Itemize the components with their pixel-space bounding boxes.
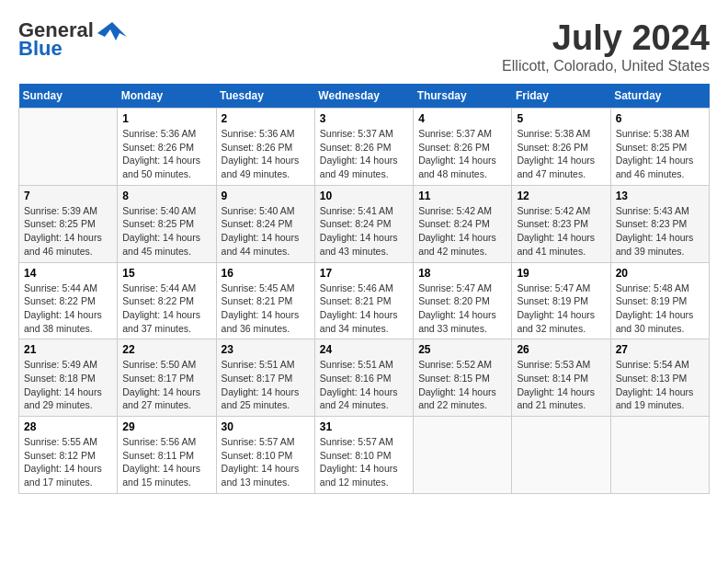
- calendar-week-row: 7Sunrise: 5:39 AM Sunset: 8:25 PM Daylig…: [19, 185, 710, 262]
- day-info: Sunrise: 5:40 AM Sunset: 8:25 PM Dayligh…: [122, 204, 210, 259]
- day-number: 9: [222, 190, 310, 202]
- header-sunday: Sunday: [19, 84, 118, 109]
- day-number: 1: [122, 112, 210, 125]
- calendar-week-row: 1Sunrise: 5:36 AM Sunset: 8:26 PM Daylig…: [19, 109, 710, 186]
- day-info: Sunrise: 5:47 AM Sunset: 8:19 PM Dayligh…: [517, 282, 605, 336]
- page-header: General Blue July 2024 Ellicott, Colorad…: [18, 18, 710, 75]
- day-number: 18: [418, 267, 506, 280]
- calendar-cell: 13Sunrise: 5:43 AM Sunset: 8:23 PM Dayli…: [610, 185, 709, 262]
- calendar-cell: 8Sunrise: 5:40 AM Sunset: 8:25 PM Daylig…: [118, 185, 216, 262]
- header-saturday: Saturday: [610, 84, 709, 109]
- calendar-cell: 18Sunrise: 5:47 AM Sunset: 8:20 PM Dayli…: [414, 262, 512, 339]
- day-number: 14: [24, 267, 112, 280]
- day-number: 31: [320, 420, 408, 433]
- day-info: Sunrise: 5:40 AM Sunset: 8:24 PM Dayligh…: [222, 204, 310, 259]
- calendar-cell: 24Sunrise: 5:51 AM Sunset: 8:16 PM Dayli…: [314, 339, 413, 417]
- day-info: Sunrise: 5:48 AM Sunset: 8:19 PM Dayligh…: [616, 282, 704, 336]
- day-info: Sunrise: 5:43 AM Sunset: 8:23 PM Dayligh…: [616, 204, 704, 259]
- day-number: 27: [616, 343, 704, 356]
- calendar-cell: 11Sunrise: 5:42 AM Sunset: 8:24 PM Dayli…: [414, 185, 512, 262]
- svg-marker-0: [97, 22, 127, 40]
- calendar-week-row: 21Sunrise: 5:49 AM Sunset: 8:18 PM Dayli…: [19, 339, 710, 417]
- day-number: 8: [122, 190, 210, 202]
- calendar-cell: 23Sunrise: 5:51 AM Sunset: 8:17 PM Dayli…: [216, 339, 314, 417]
- calendar-cell: 28Sunrise: 5:55 AM Sunset: 8:12 PM Dayli…: [19, 417, 118, 494]
- day-number: 12: [517, 190, 605, 202]
- day-number: 5: [517, 112, 605, 125]
- day-number: 29: [122, 420, 210, 433]
- day-info: Sunrise: 5:42 AM Sunset: 8:24 PM Dayligh…: [418, 204, 506, 259]
- calendar-cell: 2Sunrise: 5:36 AM Sunset: 8:26 PM Daylig…: [216, 109, 314, 186]
- header-wednesday: Wednesday: [314, 84, 413, 109]
- calendar-cell: 21Sunrise: 5:49 AM Sunset: 8:18 PM Dayli…: [19, 339, 118, 417]
- day-number: 15: [122, 267, 210, 280]
- day-info: Sunrise: 5:37 AM Sunset: 8:26 PM Dayligh…: [418, 127, 506, 181]
- calendar-cell: 22Sunrise: 5:50 AM Sunset: 8:17 PM Dayli…: [118, 339, 216, 417]
- calendar-cell: 5Sunrise: 5:38 AM Sunset: 8:26 PM Daylig…: [512, 109, 610, 186]
- day-info: Sunrise: 5:45 AM Sunset: 8:21 PM Dayligh…: [222, 282, 310, 336]
- calendar-cell: 9Sunrise: 5:40 AM Sunset: 8:24 PM Daylig…: [216, 185, 314, 262]
- header-monday: Monday: [118, 84, 216, 109]
- day-number: 16: [222, 267, 310, 280]
- day-number: 7: [24, 190, 112, 202]
- day-info: Sunrise: 5:44 AM Sunset: 8:22 PM Dayligh…: [24, 282, 112, 336]
- calendar-cell: 12Sunrise: 5:42 AM Sunset: 8:23 PM Dayli…: [512, 185, 610, 262]
- calendar-cell: 6Sunrise: 5:38 AM Sunset: 8:25 PM Daylig…: [610, 109, 709, 186]
- calendar-table: Sunday Monday Tuesday Wednesday Thursday…: [18, 84, 710, 494]
- calendar-cell: 30Sunrise: 5:57 AM Sunset: 8:10 PM Dayli…: [216, 417, 314, 494]
- day-info: Sunrise: 5:51 AM Sunset: 8:17 PM Dayligh…: [222, 358, 310, 412]
- logo-text-blue: Blue: [18, 37, 63, 61]
- calendar-week-row: 28Sunrise: 5:55 AM Sunset: 8:12 PM Dayli…: [19, 417, 710, 494]
- calendar-cell: 27Sunrise: 5:54 AM Sunset: 8:13 PM Dayli…: [610, 339, 709, 417]
- day-number: 23: [222, 343, 310, 356]
- calendar-cell: [512, 417, 610, 494]
- day-number: 17: [320, 267, 408, 280]
- calendar-header-row: Sunday Monday Tuesday Wednesday Thursday…: [19, 84, 710, 109]
- day-number: 10: [320, 190, 408, 202]
- day-number: 4: [418, 112, 506, 125]
- calendar-week-row: 14Sunrise: 5:44 AM Sunset: 8:22 PM Dayli…: [19, 262, 710, 339]
- day-number: 6: [616, 112, 704, 125]
- calendar-cell: [414, 417, 512, 494]
- day-number: 21: [24, 343, 112, 356]
- day-number: 26: [517, 343, 605, 356]
- day-info: Sunrise: 5:49 AM Sunset: 8:18 PM Dayligh…: [24, 358, 112, 412]
- calendar-cell: 26Sunrise: 5:53 AM Sunset: 8:14 PM Dayli…: [512, 339, 610, 417]
- day-info: Sunrise: 5:44 AM Sunset: 8:22 PM Dayligh…: [122, 282, 210, 336]
- calendar-cell: 1Sunrise: 5:36 AM Sunset: 8:26 PM Daylig…: [118, 109, 216, 186]
- day-number: 25: [418, 343, 506, 356]
- day-info: Sunrise: 5:39 AM Sunset: 8:25 PM Dayligh…: [24, 204, 112, 259]
- day-number: 3: [320, 112, 408, 125]
- day-info: Sunrise: 5:57 AM Sunset: 8:10 PM Dayligh…: [222, 435, 310, 489]
- calendar-cell: 7Sunrise: 5:39 AM Sunset: 8:25 PM Daylig…: [19, 185, 118, 262]
- calendar-cell: 29Sunrise: 5:56 AM Sunset: 8:11 PM Dayli…: [118, 417, 216, 494]
- day-number: 19: [517, 267, 605, 280]
- header-thursday: Thursday: [414, 84, 512, 109]
- day-info: Sunrise: 5:36 AM Sunset: 8:26 PM Dayligh…: [222, 127, 310, 181]
- day-info: Sunrise: 5:54 AM Sunset: 8:13 PM Dayligh…: [616, 358, 704, 412]
- month-title: July 2024: [502, 18, 710, 58]
- calendar-cell: 17Sunrise: 5:46 AM Sunset: 8:21 PM Dayli…: [314, 262, 413, 339]
- day-number: 13: [616, 190, 704, 202]
- day-info: Sunrise: 5:52 AM Sunset: 8:15 PM Dayligh…: [418, 358, 506, 412]
- calendar-cell: 4Sunrise: 5:37 AM Sunset: 8:26 PM Daylig…: [414, 109, 512, 186]
- day-info: Sunrise: 5:37 AM Sunset: 8:26 PM Dayligh…: [320, 127, 408, 181]
- calendar-cell: 16Sunrise: 5:45 AM Sunset: 8:21 PM Dayli…: [216, 262, 314, 339]
- logo: General Blue: [18, 18, 127, 61]
- calendar-cell: [19, 109, 118, 186]
- day-number: 22: [122, 343, 210, 356]
- day-info: Sunrise: 5:38 AM Sunset: 8:25 PM Dayligh…: [616, 127, 704, 181]
- day-info: Sunrise: 5:47 AM Sunset: 8:20 PM Dayligh…: [418, 282, 506, 336]
- calendar-cell: 14Sunrise: 5:44 AM Sunset: 8:22 PM Dayli…: [19, 262, 118, 339]
- calendar-cell: 25Sunrise: 5:52 AM Sunset: 8:15 PM Dayli…: [414, 339, 512, 417]
- day-info: Sunrise: 5:50 AM Sunset: 8:17 PM Dayligh…: [122, 358, 210, 412]
- logo-bird-icon: [97, 20, 127, 40]
- calendar-cell: [610, 417, 709, 494]
- day-info: Sunrise: 5:46 AM Sunset: 8:21 PM Dayligh…: [320, 282, 408, 336]
- day-number: 20: [616, 267, 704, 280]
- day-number: 28: [24, 420, 112, 433]
- calendar-cell: 19Sunrise: 5:47 AM Sunset: 8:19 PM Dayli…: [512, 262, 610, 339]
- day-number: 24: [320, 343, 408, 356]
- calendar-cell: 10Sunrise: 5:41 AM Sunset: 8:24 PM Dayli…: [314, 185, 413, 262]
- day-info: Sunrise: 5:55 AM Sunset: 8:12 PM Dayligh…: [24, 435, 112, 489]
